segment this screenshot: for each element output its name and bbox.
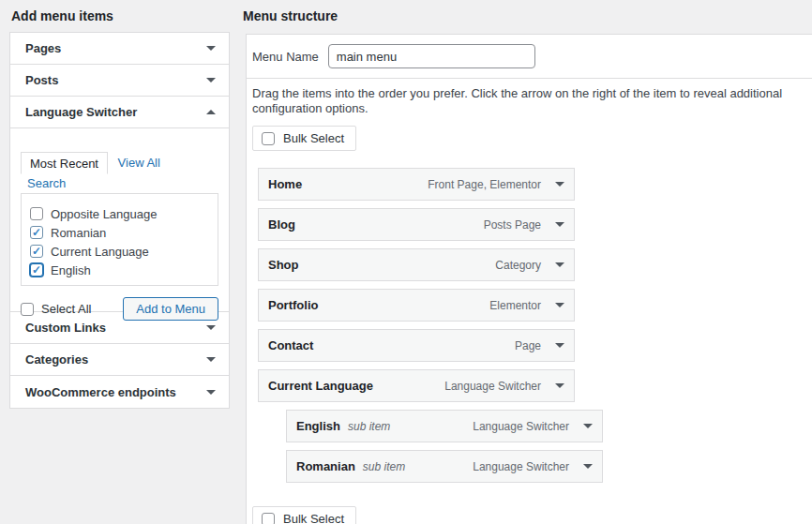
language-switcher-tabs: Most Recent View All Search [21,151,218,193]
bulk-select-checkbox[interactable] [262,132,275,145]
accordion-label: Language Switcher [25,105,137,119]
accordion-label: Custom Links [25,321,106,335]
chevron-up-icon [206,110,216,114]
menu-item-label: Home [268,177,302,191]
menu-item-current-language[interactable]: Current Language Language Switcher [258,369,575,402]
menu-item-romanian-sub[interactable]: Romanian sub item Language Switcher [286,450,603,483]
bulk-select-control-bottom[interactable]: Bulk Select [252,506,356,524]
menu-item-label: Shop [268,258,299,272]
chevron-down-icon[interactable] [555,222,564,227]
chevron-down-icon [206,390,216,395]
menu-name-input[interactable] [328,44,535,68]
checkbox-label: English [51,263,91,277]
add-menu-items-accordion: Pages Posts Language Switcher Most Rece [9,32,230,409]
chevron-down-icon[interactable] [555,182,564,187]
menu-item-type: Language Switcher [444,380,541,393]
accordion-section-categories: Categories [10,344,229,376]
bulk-select-label: Bulk Select [283,131,344,145]
menu-item-type: Elementor [489,299,541,312]
tab-most-recent[interactable]: Most Recent [21,152,108,174]
chevron-down-icon[interactable] [555,262,564,267]
checkbox-label: Romanian [51,226,106,240]
checkbox-row-english[interactable]: ✓ English [30,261,218,279]
drag-instructions: Drag the items into the order you prefer… [252,86,812,116]
checkbox-checked[interactable]: ✓ [30,263,43,277]
accordion-label: Categories [25,352,88,367]
chevron-down-icon [206,46,216,51]
accordion-header-categories[interactable]: Categories [10,344,229,376]
menu-edit-box: Menu Name Drag the items into the order … [246,34,812,524]
menu-structure-title: Menu structure [243,0,812,34]
select-all-checkbox[interactable] [21,303,34,316]
menu-items-list: Home Front Page, Elementor Blog Posts Pa… [258,168,812,483]
language-switcher-panel: Most Recent View All Search Opposite Lan… [10,128,229,312]
bulk-select-checkbox[interactable] [262,513,275,524]
accordion-section-language-switcher: Language Switcher Most Recent View All S… [10,97,229,312]
chevron-down-icon [206,78,216,82]
checkbox-label: Opposite Language [51,207,157,221]
checkmark-icon: ✓ [32,246,41,257]
select-all-label: Select All [41,302,91,316]
menu-item-label: English [296,419,340,433]
checkbox-checked[interactable]: ✓ [30,226,43,239]
bulk-select-label: Bulk Select [283,512,344,524]
chevron-down-icon[interactable] [583,424,593,428]
menu-item-shop[interactable]: Shop Category [258,248,575,281]
checkmark-icon: ✓ [32,264,41,276]
menu-item-portfolio[interactable]: Portfolio Elementor [258,289,575,322]
menu-item-home[interactable]: Home Front Page, Elementor [258,168,575,201]
menu-item-label: Current Language [268,379,373,393]
checkbox-checked[interactable]: ✓ [30,245,43,258]
accordion-label: WooCommerce endpoints [25,385,176,399]
bulk-select-control-top[interactable]: Bulk Select [252,126,356,151]
checkbox-row-romanian[interactable]: ✓ Romanian [30,223,218,242]
select-all-control[interactable]: Select All [21,302,91,316]
chevron-down-icon[interactable] [583,464,593,469]
chevron-down-icon[interactable] [555,303,564,307]
accordion-label: Pages [25,41,61,55]
add-to-menu-button[interactable]: Add to Menu [123,297,218,321]
menu-item-label: Blog [268,217,295,232]
sub-item-badge: sub item [363,460,405,473]
menu-body: Drag the items into the order you prefer… [247,79,812,524]
menu-name-label: Menu Name [252,50,319,64]
checkbox-unchecked[interactable] [30,207,43,220]
accordion-header-pages[interactable]: Pages [10,33,229,65]
chevron-down-icon [206,325,216,330]
chevron-down-icon[interactable] [555,383,564,388]
add-menu-items-title: Add menu items [9,0,230,32]
sub-item-badge: sub item [348,420,390,433]
menu-item-label: Portfolio [268,298,318,312]
accordion-section-woocommerce-endpoints: WooCommerce endpoints [10,376,229,408]
checkbox-row-current-language[interactable]: ✓ Current Language [30,242,218,261]
checkbox-row-opposite-language[interactable]: Opposite Language [30,204,218,223]
menu-item-type: Front Page, Elementor [428,178,541,191]
menu-item-type: Posts Page [484,218,541,232]
menu-item-contact[interactable]: Contact Page [258,329,575,362]
menu-item-label: Romanian [296,459,355,473]
chevron-down-icon[interactable] [555,343,564,348]
menu-name-row: Menu Name [247,35,812,79]
add-menu-items-panel: Add menu items Pages Posts Language Swit… [9,0,230,409]
accordion-header-woocommerce-endpoints[interactable]: WooCommerce endpoints [10,376,229,408]
menu-item-type: Language Switcher [473,420,569,433]
checkbox-label: Current Language [51,245,149,259]
menu-item-type: Page [515,339,541,352]
checkmark-icon: ✓ [32,227,41,238]
tab-search[interactable]: Search [21,172,72,193]
accordion-label: Posts [25,73,58,87]
accordion-section-posts: Posts [10,65,229,97]
nav-menus-screen: Add menu items Pages Posts Language Swit… [0,0,812,524]
menu-structure-panel: Menu structure Menu Name Drag the items … [246,0,812,524]
menu-item-blog[interactable]: Blog Posts Page [258,208,575,241]
menu-item-type: Language Switcher [473,460,569,473]
menu-item-english-sub[interactable]: English sub item Language Switcher [286,410,603,442]
language-switcher-footer: Select All Add to Menu [21,297,218,321]
accordion-header-language-switcher[interactable]: Language Switcher [10,97,229,128]
accordion-section-pages: Pages [10,33,229,65]
menu-item-label: Contact [268,338,313,352]
tab-view-all[interactable]: View All [112,152,167,172]
accordion-header-posts[interactable]: Posts [10,65,229,97]
chevron-down-icon [206,357,216,362]
language-items-listbox: Opposite Language ✓ Romanian ✓ Current L… [21,193,218,286]
